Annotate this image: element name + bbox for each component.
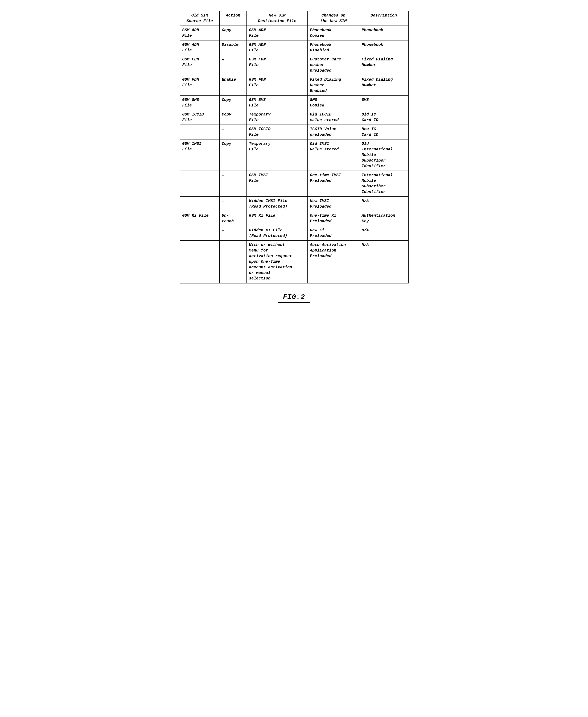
table-cell-new_sim: GSM ICCID File xyxy=(247,125,308,140)
table-wrapper: Old SIM Source File Action New SIM Desti… xyxy=(180,10,408,283)
table-row: GSM FDN File—GSM FDN FileCustomer Care n… xyxy=(180,55,408,75)
table-cell-changes: New IMSI Preloaded xyxy=(308,197,359,211)
table-cell-description: Phonebook xyxy=(359,26,408,40)
table-cell-description: Old International Mobile Subscriber Iden… xyxy=(359,140,408,171)
table-cell-new_sim: GSM ADN File xyxy=(247,40,308,55)
table-cell-new_sim: GSM IMSI File xyxy=(247,171,308,197)
table-cell-changes: Old IMSI value stored xyxy=(308,140,359,171)
table-row: —Hidden KI File (Read Protected)New Ki P… xyxy=(180,226,408,240)
header-changes: Changes on the New SIM xyxy=(308,11,359,26)
table-cell-new_sim: GSM FDN File xyxy=(247,75,308,96)
table-cell-old_sim xyxy=(180,240,219,283)
table-row: —Hidden IMSI File (Read Protected)New IM… xyxy=(180,197,408,211)
table-cell-changes: Auto-Activation Application Preloaded xyxy=(308,240,359,283)
table-cell-description: N/A xyxy=(359,240,408,283)
table-row: —GSM IMSI FileOne-time IMSI PreloadedInt… xyxy=(180,171,408,197)
table-cell-description: N/A xyxy=(359,197,408,211)
table-cell-new_sim: With or without menu for activation requ… xyxy=(247,240,308,283)
table-cell-action: — xyxy=(219,125,247,140)
table-cell-action: — xyxy=(219,55,247,75)
table-cell-description: Phonebook xyxy=(359,40,408,55)
figure-underline xyxy=(278,302,310,303)
table-cell-new_sim: Hidden KI File (Read Protected) xyxy=(247,226,308,240)
table-header-row: Old SIM Source File Action New SIM Desti… xyxy=(180,11,408,26)
table-cell-old_sim: GSM IMSI File xyxy=(180,140,219,171)
header-new-sim: New SIM Destination File xyxy=(247,11,308,26)
table-cell-old_sim: GSM ADN File xyxy=(180,26,219,40)
table-cell-description: Old IC Card ID xyxy=(359,110,408,125)
table-cell-description: Fixed Dialing Number xyxy=(359,75,408,96)
table-cell-old_sim: GSM ICCID File xyxy=(180,110,219,125)
table-row: GSM ADN FileCopyGSM ADN FilePhonebook Co… xyxy=(180,26,408,40)
table-cell-changes: One-time Ki Preloaded xyxy=(308,211,359,226)
table-cell-new_sim: GSM SMS File xyxy=(247,96,308,110)
table-cell-changes: Old ICCID value stored xyxy=(308,110,359,125)
table-cell-action: Disable xyxy=(219,40,247,55)
table-cell-new_sim: GSM FDN File xyxy=(247,55,308,75)
figure-label: FIG.2 xyxy=(283,293,305,301)
table-cell-changes: Phonebook Copied xyxy=(308,26,359,40)
table-cell-description: N/A xyxy=(359,226,408,240)
table-cell-old_sim xyxy=(180,226,219,240)
table-row: GSM SMS FileCopyGSM SMS FileSMS CopiedSM… xyxy=(180,96,408,110)
table-cell-new_sim: Hidden IMSI File (Read Protected) xyxy=(247,197,308,211)
table-row: GSM ICCID FileCopyTemporary FileOld ICCI… xyxy=(180,110,408,125)
main-table: Old SIM Source File Action New SIM Desti… xyxy=(180,10,408,283)
table-cell-changes: Customer Care number preloaded xyxy=(308,55,359,75)
table-cell-description: Fixed Dialing Number xyxy=(359,55,408,75)
table-cell-action: Copy xyxy=(219,110,247,125)
table-row: —GSM ICCID FileICCID Value preloadedNew … xyxy=(180,125,408,140)
table-cell-changes: SMS Copied xyxy=(308,96,359,110)
table-cell-old_sim xyxy=(180,125,219,140)
table-cell-new_sim: Temporary File xyxy=(247,140,308,171)
table-row: GSM Ki FileUn- touchGSM Ki FileOne-time … xyxy=(180,211,408,226)
table-cell-changes: One-time IMSI Preloaded xyxy=(308,171,359,197)
table-cell-action: — xyxy=(219,171,247,197)
header-action: Action xyxy=(219,11,247,26)
table-cell-old_sim: GSM ADN File xyxy=(180,40,219,55)
table-cell-description: New IC Card ID xyxy=(359,125,408,140)
table-cell-old_sim xyxy=(180,197,219,211)
table-row: —With or without menu for activation req… xyxy=(180,240,408,283)
table-cell-description: International Mobile Subscriber Identifi… xyxy=(359,171,408,197)
table-cell-action: Copy xyxy=(219,140,247,171)
table-cell-description: SMS xyxy=(359,96,408,110)
table-cell-changes: ICCID Value preloaded xyxy=(308,125,359,140)
table-cell-old_sim: GSM FDN File xyxy=(180,55,219,75)
table-row: GSM FDN FileEnableGSM FDN FileFixed Dial… xyxy=(180,75,408,96)
header-old-sim: Old SIM Source File xyxy=(180,11,219,26)
table-cell-old_sim: GSM Ki File xyxy=(180,211,219,226)
table-cell-old_sim: GSM SMS File xyxy=(180,96,219,110)
table-cell-action: Copy xyxy=(219,96,247,110)
table-cell-new_sim: Temporary File xyxy=(247,110,308,125)
table-cell-new_sim: GSM ADN File xyxy=(247,26,308,40)
table-cell-changes: Fixed Dialing Number Enabled xyxy=(308,75,359,96)
table-row: GSM IMSI FileCopyTemporary FileOld IMSI … xyxy=(180,140,408,171)
table-cell-action: — xyxy=(219,226,247,240)
table-cell-old_sim xyxy=(180,171,219,197)
table-cell-action: — xyxy=(219,197,247,211)
table-cell-action: Enable xyxy=(219,75,247,96)
table-body: GSM ADN FileCopyGSM ADN FilePhonebook Co… xyxy=(180,26,408,283)
table-cell-changes: Phonebook Disabled xyxy=(308,40,359,55)
table-cell-action: Copy xyxy=(219,26,247,40)
header-description: Description xyxy=(359,11,408,26)
table-row: GSM ADN FileDisableGSM ADN FilePhonebook… xyxy=(180,40,408,55)
table-cell-action: Un- touch xyxy=(219,211,247,226)
table-cell-changes: New Ki Preloaded xyxy=(308,226,359,240)
table-cell-new_sim: GSM Ki File xyxy=(247,211,308,226)
table-cell-description: Authentication Key xyxy=(359,211,408,226)
table-cell-old_sim: GSM FDN File xyxy=(180,75,219,96)
table-cell-action: — xyxy=(219,240,247,283)
